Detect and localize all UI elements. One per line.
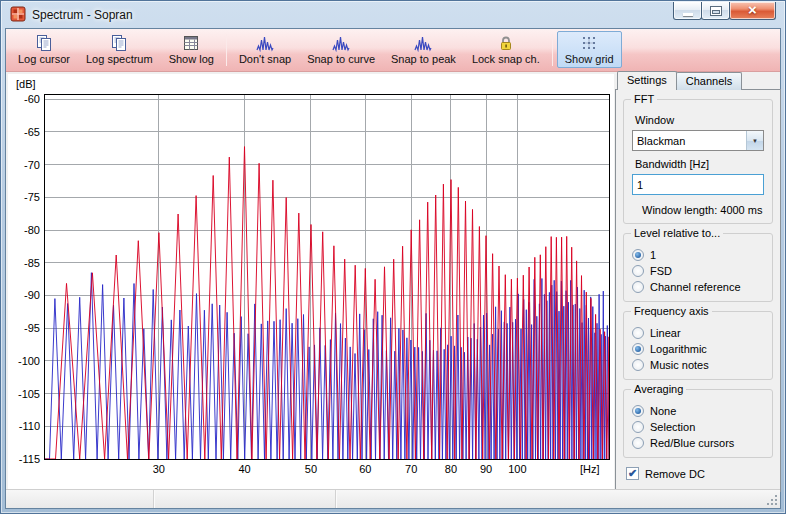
svg-text:70: 70: [405, 463, 417, 475]
titlebar[interactable]: Spectrum - Sopran ×: [1, 1, 785, 28]
statusbar: [6, 489, 780, 508]
fft-window-select[interactable]: Blackman ▼: [632, 130, 764, 151]
grid-icon: [580, 34, 598, 52]
toolbar-button-label: Show grid: [565, 53, 614, 65]
snap-to-curve-button[interactable]: Snap to curve: [299, 31, 383, 68]
app-window: Spectrum - Sopran × Log cursorLog spectr…: [0, 0, 786, 514]
radio-icon: [632, 265, 644, 277]
statusbar-pane: [336, 490, 780, 508]
show-grid-button[interactable]: Show grid: [557, 31, 622, 68]
svg-text:90: 90: [480, 463, 492, 475]
radio-label: Music notes: [650, 359, 709, 371]
level-relative-title: Level relative to...: [631, 227, 723, 239]
toolbar-button-label: Log spectrum: [86, 53, 153, 65]
svg-text:-60: -60: [24, 93, 40, 105]
tab-settings[interactable]: Settings: [617, 71, 677, 90]
statusbar-pane: [154, 490, 336, 508]
minimize-button[interactable]: [673, 2, 702, 20]
svg-text:-80: -80: [24, 224, 40, 236]
toolbar-button-label: Snap to curve: [307, 53, 375, 65]
toolbar-button-label: Lock snap ch.: [472, 53, 540, 65]
radio-label: None: [650, 405, 676, 417]
radio-icon: [632, 281, 644, 293]
close-icon: ×: [748, 3, 757, 17]
radio-option-music-notes[interactable]: Music notes: [632, 357, 764, 373]
frequency-axis-options: LinearLogarithmicMusic notes: [632, 325, 764, 373]
toolbar-separator: [552, 34, 553, 66]
radio-option-channel-reference[interactable]: Channel reference: [632, 279, 764, 295]
maximize-button[interactable]: [701, 2, 730, 20]
copy-log-icon: [110, 34, 128, 52]
radio-option-red-blue-cursors[interactable]: Red/Blue cursors: [632, 435, 764, 451]
fft-window-value: Blackman: [633, 135, 746, 147]
radio-icon: [632, 437, 644, 449]
spectrum-icon: [256, 34, 274, 52]
resize-grip[interactable]: [765, 493, 779, 507]
window-label: Window: [635, 114, 764, 126]
svg-text:[Hz]: [Hz]: [580, 463, 600, 475]
toolbar: Log cursorLog spectrumShow logDon't snap…: [6, 29, 780, 72]
averaging-group: Averaging NoneSelectionRed/Blue cursors: [623, 389, 773, 458]
radio-option-1[interactable]: 1: [632, 247, 764, 263]
remove-dc-label: Remove DC: [645, 468, 705, 480]
svg-text:100: 100: [508, 463, 526, 475]
radio-icon: [632, 249, 644, 261]
log-cursor-button[interactable]: Log cursor: [10, 31, 78, 68]
log-spectrum-button[interactable]: Log spectrum: [78, 31, 161, 68]
radio-icon: [632, 343, 644, 355]
radio-option-selection[interactable]: Selection: [632, 419, 764, 435]
app-icon[interactable]: [10, 6, 26, 22]
radio-option-none[interactable]: None: [632, 403, 764, 419]
don-t-snap-button[interactable]: Don't snap: [231, 31, 299, 68]
spectrum-plot: [dB]-60-65-70-75-80-85-90-95-100-105-110…: [8, 74, 614, 492]
level-relative-options: 1FSDChannel reference: [632, 247, 764, 295]
lock-snap-ch-button[interactable]: Lock snap ch.: [464, 31, 548, 68]
averaging-options: NoneSelectionRed/Blue cursors: [632, 403, 764, 451]
log-table-icon: [182, 34, 200, 52]
radio-label: 1: [650, 249, 656, 261]
spectrum-icon: [332, 34, 350, 52]
radio-label: Selection: [650, 421, 695, 433]
frequency-axis-group: Frequency axis LinearLogarithmicMusic no…: [623, 311, 773, 380]
window-length-text: Window length: 4000 ms: [642, 204, 764, 216]
spectrum-icon: [414, 34, 432, 52]
window-controls: ×: [674, 2, 776, 20]
bandwidth-input[interactable]: [632, 174, 764, 195]
show-log-button[interactable]: Show log: [161, 31, 222, 68]
radio-label: FSD: [650, 265, 672, 277]
svg-text:[dB]: [dB]: [16, 78, 36, 90]
toolbar-button-label: Log cursor: [18, 53, 70, 65]
radio-option-fsd[interactable]: FSD: [632, 263, 764, 279]
svg-text:80: 80: [445, 463, 457, 475]
toolbar-separator: [226, 34, 227, 66]
radio-label: Channel reference: [650, 281, 741, 293]
radio-icon: [632, 359, 644, 371]
tab-channels[interactable]: Channels: [676, 72, 742, 90]
fft-group-title: FFT: [631, 93, 657, 105]
svg-text:-100: -100: [18, 355, 40, 367]
toolbar-button-label: Show log: [169, 53, 214, 65]
bandwidth-label: Bandwidth [Hz]: [635, 158, 764, 170]
svg-text:-65: -65: [24, 126, 40, 138]
snap-to-peak-button[interactable]: Snap to peak: [383, 31, 464, 68]
lock-icon: [497, 34, 515, 52]
chevron-down-icon: ▼: [746, 131, 763, 150]
remove-dc-checkbox[interactable]: ✔ Remove DC: [626, 467, 773, 480]
radio-label: Linear: [650, 327, 681, 339]
svg-text:-90: -90: [24, 289, 40, 301]
svg-text:60: 60: [359, 463, 371, 475]
radio-option-logarithmic[interactable]: Logarithmic: [632, 341, 764, 357]
radio-label: Logarithmic: [650, 343, 707, 355]
svg-text:-110: -110: [19, 420, 40, 432]
radio-icon: [632, 405, 644, 417]
tab-strip: Settings Channels: [615, 71, 781, 90]
maximize-icon: [711, 7, 721, 15]
radio-icon: [632, 327, 644, 339]
spectrum-chart[interactable]: [dB]-60-65-70-75-80-85-90-95-100-105-110…: [8, 74, 614, 492]
radio-option-linear[interactable]: Linear: [632, 325, 764, 341]
toolbar-button-label: Don't snap: [239, 53, 291, 65]
svg-text:-75: -75: [24, 191, 40, 203]
close-button[interactable]: ×: [729, 2, 776, 20]
checkbox-icon: ✔: [626, 467, 639, 480]
level-relative-group: Level relative to... 1FSDChannel referen…: [623, 233, 773, 302]
